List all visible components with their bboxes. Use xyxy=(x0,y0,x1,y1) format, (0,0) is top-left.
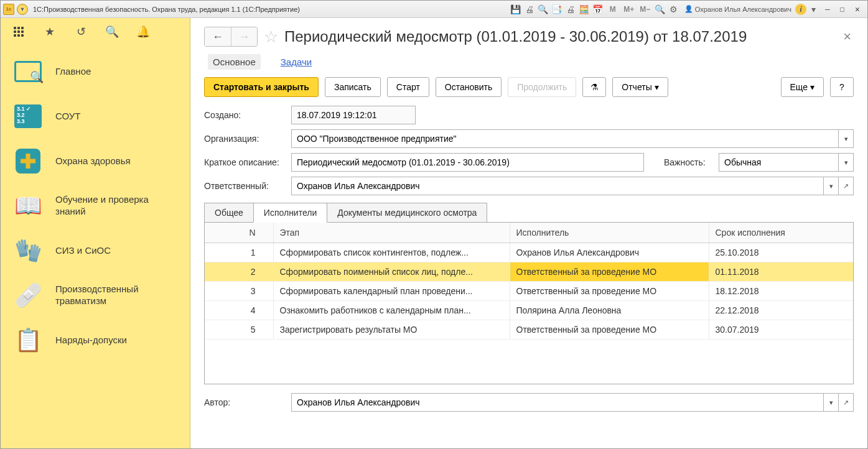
author-dropdown-button[interactable]: ▾ xyxy=(824,393,839,412)
action-toolbar: Стартовать и закрыть Записать Старт Оста… xyxy=(190,77,867,106)
label-created: Создано: xyxy=(204,110,285,120)
reports-button[interactable]: Отчеты ▾ xyxy=(612,77,668,97)
print2-icon[interactable]: 🖨 xyxy=(564,2,577,16)
star-icon[interactable]: ☆ xyxy=(264,27,278,47)
titlebar: 1c ▼ 1С:Производственная безопасность. О… xyxy=(1,1,867,18)
close-button[interactable]: ✕ xyxy=(850,3,865,16)
tool-icon[interactable]: ⚙ xyxy=(667,2,681,16)
m-icon[interactable]: M xyxy=(605,2,621,16)
importance-dropdown-button[interactable]: ▾ xyxy=(839,153,854,172)
sidebar-items: Главное 3.1 ✓3.23.3 СОУТ Охрана здоровья… xyxy=(1,45,190,448)
cell-stage: Сформировать поименный список лиц, подле… xyxy=(273,262,510,282)
monitor-icon xyxy=(12,58,44,85)
input-group-importance: ▾ xyxy=(719,153,854,172)
start-close-button[interactable]: Стартовать и закрыть xyxy=(204,77,319,97)
m-minus-icon[interactable]: M− xyxy=(637,2,653,16)
chevron-down-icon: ▾ xyxy=(655,82,659,92)
dropdown-icon[interactable]: ▾ xyxy=(806,2,820,16)
input-group-org: ▾ xyxy=(291,129,854,148)
input-resp[interactable] xyxy=(291,177,824,195)
table-row[interactable]: 2Сформировать поименный список лиц, подл… xyxy=(205,262,853,282)
col-n[interactable]: N xyxy=(205,223,273,243)
write-button[interactable]: Записать xyxy=(325,77,381,97)
m-plus-icon[interactable]: M+ xyxy=(621,2,637,16)
stop-button[interactable]: Остановить xyxy=(436,77,502,97)
sidebar-item-permits[interactable]: 📋 Наряды-допуски xyxy=(1,318,190,363)
performers-table[interactable]: N Этап Исполнитель Срок исполнения 1Сфор… xyxy=(204,223,854,384)
tab-performers[interactable]: Исполнители xyxy=(253,203,327,223)
resp-dropdown-button[interactable]: ▾ xyxy=(824,177,839,195)
label-resp: Ответственный: xyxy=(204,181,285,191)
table-row[interactable]: 4Ознакомить работников с календарным пла… xyxy=(205,301,853,320)
input-author[interactable] xyxy=(291,393,824,412)
resp-open-button[interactable]: ↗ xyxy=(839,177,854,195)
info-icon[interactable]: i xyxy=(795,4,806,15)
help-button[interactable]: ? xyxy=(830,77,854,97)
input-created[interactable] xyxy=(291,106,416,124)
app-icon: 1c xyxy=(3,4,14,15)
calc-icon[interactable]: 🧮 xyxy=(577,2,591,16)
reports-label: Отчеты xyxy=(622,82,651,92)
more-label: Еще xyxy=(790,82,808,92)
cell-due: 22.12.2018 xyxy=(709,301,853,320)
cell-stage: Сформировать календарный план проведени.… xyxy=(273,282,510,301)
favorite-icon[interactable]: ★ xyxy=(43,25,57,39)
cell-due: 01.11.2018 xyxy=(709,262,853,282)
sidebar-toolbar: ★ ↺ 🔍 🔔 xyxy=(1,18,190,45)
sout-icon: 3.1 ✓3.23.3 xyxy=(12,103,44,130)
author-open-button[interactable]: ↗ xyxy=(839,393,854,412)
sidebar-item-injury[interactable]: 🩹 Производственный травматизм xyxy=(1,273,190,318)
page-close-button[interactable]: × xyxy=(841,29,854,45)
print-icon[interactable]: 🖨 xyxy=(523,2,536,16)
sidebar-item-label: СИЗ и СиОС xyxy=(55,245,111,257)
org-dropdown-button[interactable]: ▾ xyxy=(839,129,854,148)
cell-n: 4 xyxy=(205,301,273,320)
app-menu-dropdown[interactable]: ▼ xyxy=(17,4,28,15)
col-stage[interactable]: Этап xyxy=(273,223,510,243)
nav-back-button[interactable]: ← xyxy=(205,27,231,46)
calendar-icon[interactable]: 📅 xyxy=(591,2,605,16)
table-row[interactable]: 5Зарегистрировать результаты МООтветстве… xyxy=(205,320,853,340)
tab-tasks[interactable]: Задачи xyxy=(276,54,317,70)
sidebar-item-label: Производственный травматизм xyxy=(55,284,179,307)
tab-general[interactable]: Общее xyxy=(204,203,254,222)
compare-icon[interactable]: 📑 xyxy=(550,2,564,16)
cell-due: 30.07.2019 xyxy=(709,320,853,340)
input-org[interactable] xyxy=(291,129,839,148)
nav-forward-button[interactable]: → xyxy=(231,27,257,46)
preview-icon[interactable]: 🔍 xyxy=(536,2,550,16)
form-area: Создано: Организация: ▾ Краткое описание… xyxy=(190,106,867,195)
input-desc[interactable] xyxy=(291,153,644,172)
apps-icon[interactable] xyxy=(12,25,26,39)
table-row[interactable]: 1Сформировать список контингентов, подле… xyxy=(205,243,853,262)
sidebar-item-siz[interactable]: 🧤 СИЗ и СиОС xyxy=(1,228,190,273)
sidebar-item-sout[interactable]: 3.1 ✓3.23.3 СОУТ xyxy=(1,94,190,139)
more-button[interactable]: Еще ▾ xyxy=(781,77,824,97)
sidebar-item-health[interactable]: Охрана здоровья xyxy=(1,139,190,183)
tab-main[interactable]: Основное xyxy=(208,54,261,70)
minimize-button[interactable]: — xyxy=(820,3,835,16)
search-icon[interactable]: 🔍 xyxy=(105,25,119,39)
col-executor[interactable]: Исполнитель xyxy=(510,223,709,243)
tab-docs[interactable]: Документы медицинского осмотра xyxy=(327,203,487,222)
start-button[interactable]: Старт xyxy=(387,77,429,97)
book-icon: 📖 xyxy=(12,192,44,220)
cell-stage: Зарегистрировать результаты МО xyxy=(273,320,510,340)
sidebar-item-main[interactable]: Главное xyxy=(1,49,190,94)
label-author: Автор: xyxy=(204,397,285,407)
process-button[interactable]: ⚗ xyxy=(582,77,606,97)
sidebar: ★ ↺ 🔍 🔔 Главное 3.1 ✓3.23.3 СОУТ Охрана … xyxy=(1,18,190,448)
col-due[interactable]: Срок исполнения xyxy=(709,223,853,243)
table-row[interactable]: 3Сформировать календарный план проведени… xyxy=(205,282,853,301)
label-importance: Важность: xyxy=(664,157,712,167)
cell-n: 2 xyxy=(205,262,273,282)
zoom-icon[interactable]: 🔍 xyxy=(653,2,667,16)
history-icon[interactable]: ↺ xyxy=(74,25,88,39)
bell-icon[interactable]: 🔔 xyxy=(136,25,150,39)
user-label[interactable]: 👤 Охранов Илья Александрович xyxy=(681,5,795,13)
input-importance[interactable] xyxy=(719,153,839,172)
save-icon[interactable]: 💾 xyxy=(509,2,523,16)
cell-stage: Ознакомить работников с календарным план… xyxy=(273,301,510,320)
maximize-button[interactable]: ☐ xyxy=(835,3,850,16)
sidebar-item-training[interactable]: 📖 Обучение и проверка знаний xyxy=(1,183,190,228)
